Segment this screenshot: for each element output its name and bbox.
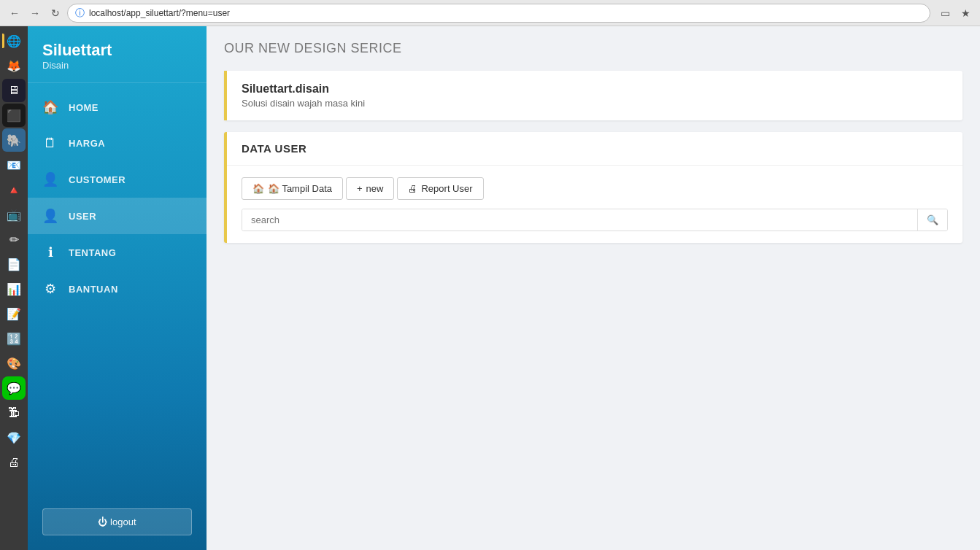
sidebar-item-bantuan[interactable]: ⚙ BANTUAN — [28, 271, 207, 307]
sidebar: Siluettart Disain 🏠 HOME 🗒 HARGA 👤 CUSTO… — [28, 26, 207, 550]
sidebar-item-label-user: USER — [69, 211, 96, 222]
taskbar-icon-archive[interactable]: 🗜 — [2, 401, 26, 425]
sidebar-item-home[interactable]: 🏠 HOME — [28, 89, 207, 125]
taskbar: 🌐 🦊 🖥 ⬛ 🐘 📧 🔺 📺 ✏ 📄 📊 📝 🔢 🎨 💬 🗜 💎 🖨 — [0, 26, 28, 550]
search-wrapper: 🔍 — [242, 209, 948, 231]
sidebar-nav: 🏠 HOME 🗒 HARGA 👤 CUSTOMER 👤 USER ℹ TENTA… — [28, 89, 207, 501]
data-user-card-body: 🏠 🏠 Tampil Data + new 🖨 Report User — [227, 166, 962, 243]
sidebar-item-user[interactable]: 👤 USER — [28, 198, 207, 234]
page-title: OUR NEW DESIGN SERICE — [224, 41, 962, 56]
home-btn-icon: 🏠 — [252, 183, 264, 194]
sidebar-item-label-bantuan: BANTUAN — [69, 284, 118, 295]
taskbar-icon-blender[interactable]: 💎 — [2, 426, 26, 449]
new-button[interactable]: + new — [346, 177, 394, 200]
logout-button[interactable]: ⏻ logout — [42, 508, 192, 535]
taskbar-icon-terminal[interactable]: ⬛ — [2, 104, 26, 127]
data-user-card-title: DATA USER — [242, 142, 948, 155]
user-icon: 👤 — [42, 208, 58, 224]
tampil-data-label: 🏠 Tampil Data — [268, 183, 332, 194]
new-btn-icon: + — [357, 183, 363, 194]
data-user-card-header: DATA USER — [227, 132, 962, 166]
cast-button[interactable]: ▭ — [936, 4, 954, 22]
search-icon: 🔍 — [927, 214, 938, 225]
sidebar-brand: Siluettart Disain — [28, 26, 207, 83]
taskbar-icon-text-editor[interactable]: ✏ — [2, 228, 26, 251]
taskbar-icon-printer[interactable]: 🖨 — [2, 451, 26, 474]
sidebar-item-label-customer: CUSTOMER — [69, 174, 126, 185]
tentang-icon: ℹ — [42, 244, 58, 260]
taskbar-icon-calc2[interactable]: 🔢 — [2, 327, 26, 350]
customer-icon: 👤 — [42, 171, 58, 187]
print-icon: 🖨 — [408, 183, 417, 194]
taskbar-icon-postgres[interactable]: 🐘 — [2, 128, 26, 152]
taskbar-icon-line[interactable]: 💬 — [2, 376, 26, 400]
taskbar-icon-vlc[interactable]: 🔺 — [2, 178, 26, 201]
new-label: new — [366, 183, 384, 194]
taskbar-icon-thunderbird[interactable]: 📧 — [2, 153, 26, 177]
search-button[interactable]: 🔍 — [917, 209, 947, 231]
sidebar-item-tentang[interactable]: ℹ TENTANG — [28, 234, 207, 271]
address-bar[interactable]: ⓘ localhost/app_siluettart/?menu=user — [67, 4, 930, 23]
taskbar-icon-typora[interactable]: 📝 — [2, 302, 26, 325]
taskbar-icon-kodi[interactable]: 📺 — [2, 203, 26, 226]
data-user-card: DATA USER 🏠 🏠 Tampil Data + new 🖨 Report… — [224, 132, 962, 243]
harga-icon: 🗒 — [42, 136, 58, 151]
sidebar-item-label-home: HOME — [69, 102, 99, 113]
search-input[interactable] — [242, 209, 917, 231]
info-card-header: Siluettart.disain Solusi disain wajah ma… — [224, 71, 962, 120]
back-button[interactable]: ← — [6, 4, 23, 22]
sidebar-item-harga[interactable]: 🗒 HARGA — [28, 125, 207, 161]
taskbar-icon-fontforge[interactable]: 🎨 — [2, 352, 26, 375]
bookmark-button[interactable]: ★ — [957, 4, 974, 22]
info-icon: ⓘ — [75, 7, 85, 20]
reload-button[interactable]: ↻ — [47, 4, 64, 22]
button-group: 🏠 🏠 Tampil Data + new 🖨 Report User — [242, 177, 948, 200]
url-text: localhost/app_siluettart/?menu=user — [89, 8, 230, 18]
taskbar-icon-calc[interactable]: 📊 — [2, 277, 26, 301]
taskbar-icon-firefox[interactable]: 🦊 — [2, 54, 26, 77]
browser-actions: ▭ ★ — [936, 4, 974, 22]
taskbar-icon-pycharm[interactable]: 🖥 — [2, 79, 26, 102]
info-card: Siluettart.disain Solusi disain wajah ma… — [224, 71, 962, 120]
sidebar-item-customer[interactable]: 👤 CUSTOMER — [28, 161, 207, 198]
info-card-title: Siluettart.disain — [242, 82, 948, 96]
sidebar-item-label-harga: HARGA — [69, 138, 105, 149]
report-user-label: Report User — [421, 183, 472, 194]
info-card-subtitle: Solusi disain wajah masa kini — [242, 98, 948, 109]
sidebar-logout: ⏻ logout — [42, 508, 192, 535]
taskbar-icon-chrome[interactable]: 🌐 — [2, 29, 26, 53]
tampil-data-button[interactable]: 🏠 🏠 Tampil Data — [242, 177, 343, 200]
forward-button[interactable]: → — [26, 4, 44, 22]
browser-chrome: ← → ↻ ⓘ localhost/app_siluettart/?menu=u… — [0, 0, 980, 26]
brand-sub: Disain — [42, 60, 192, 71]
home-icon: 🏠 — [42, 99, 58, 115]
report-user-button[interactable]: 🖨 Report User — [397, 177, 483, 200]
main-content: OUR NEW DESIGN SERICE Siluettart.disain … — [207, 26, 980, 550]
taskbar-icon-files[interactable]: 📄 — [2, 252, 26, 276]
app-wrapper: 🌐 🦊 🖥 ⬛ 🐘 📧 🔺 📺 ✏ 📄 📊 📝 🔢 🎨 💬 🗜 💎 🖨 Silu… — [0, 26, 980, 550]
brand-name: Siluettart — [42, 41, 192, 60]
bantuan-icon: ⚙ — [42, 281, 58, 297]
sidebar-item-label-tentang: TENTANG — [69, 247, 116, 258]
